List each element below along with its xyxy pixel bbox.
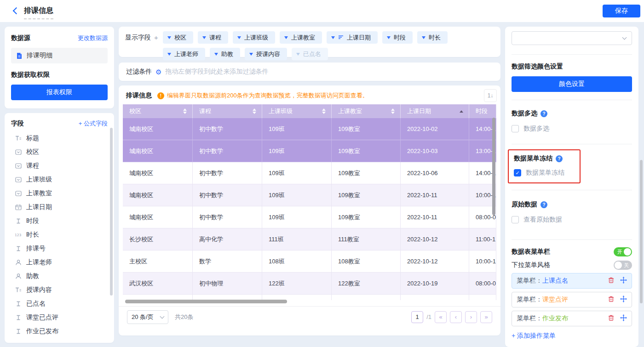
display-field-chip-上课班级[interactable]: 上课班级 xyxy=(233,31,275,44)
raw-data-checkbox[interactable]: 查看原始数据 xyxy=(512,216,632,224)
gear-icon[interactable]: ⚙ xyxy=(155,68,161,75)
display-field-chip-校区[interactable]: 校区 xyxy=(163,31,193,44)
table-row[interactable]: 城南校区初中数学109班109教室2022-10-1108:00-0 xyxy=(123,206,496,228)
color-setting-button[interactable]: 颜色设置 xyxy=(512,76,632,92)
column-header-上课日期[interactable]: 上课日期 xyxy=(401,104,469,118)
move-icon[interactable] xyxy=(620,277,627,285)
column-header-上课班级[interactable]: 上课班级 xyxy=(262,104,332,118)
menu-freeze-checkbox[interactable]: ✓ 数据菜单冻结 xyxy=(514,169,575,177)
field-item-授课内容[interactable]: 授课内容 xyxy=(11,283,108,297)
display-field-chip-授课内容[interactable]: 授课内容 xyxy=(245,48,287,60)
back-button[interactable] xyxy=(13,7,20,15)
field-item-课堂已点评[interactable]: 课堂已点评 xyxy=(11,311,108,324)
prev-page-button[interactable]: ‹ xyxy=(450,311,462,323)
fields-scrollbar[interactable] xyxy=(110,128,113,296)
display-field-chip-时段[interactable]: 时段 xyxy=(382,31,413,44)
column-header-校区[interactable]: 校区 xyxy=(123,104,193,118)
table-cell: 长沙校区 xyxy=(123,228,193,250)
multi-select-checkbox[interactable]: 数据多选 xyxy=(512,125,632,133)
field-item-作业已发布[interactable]: 作业已发布 xyxy=(11,324,108,338)
filter-dropzone-placeholder[interactable]: 拖动左侧字段到此处来添加过滤条件 xyxy=(165,68,268,76)
field-item-时长[interactable]: 123时长 xyxy=(11,228,108,242)
table-row[interactable]: 主校区数学108班108教室2022-10-1210:00-1 xyxy=(123,250,496,273)
save-button[interactable]: 保存 xyxy=(603,5,640,17)
sort-carets-icon[interactable] xyxy=(460,110,463,113)
style-select[interactable] xyxy=(512,31,632,45)
field-item-上课日期[interactable]: 上课日期 xyxy=(11,200,108,214)
field-item-助教[interactable]: 助教 xyxy=(11,269,108,283)
settings-panel: 数据筛选颜色设置 颜色设置 数据多选 ? 数据多选 数据菜单冻结 ? ✓ 数据菜… xyxy=(505,27,638,347)
toggle-on[interactable]: 开 xyxy=(614,247,632,256)
table-row[interactable]: 武汉校区初中物理122班122教室2022-10-1908:00-0 xyxy=(123,273,496,295)
sort-carets-icon[interactable] xyxy=(253,108,256,114)
column-header-上课教室[interactable]: 上课教室 xyxy=(332,104,401,118)
first-page-button[interactable]: « xyxy=(435,311,447,323)
sort-carets-icon[interactable] xyxy=(183,108,187,114)
field-item-校区[interactable]: 校区 xyxy=(11,145,108,159)
display-field-chip-助教[interactable]: 助教 xyxy=(210,48,240,60)
sort-order-button[interactable]: 1↓ xyxy=(484,89,497,102)
menu-bar-item-课堂点评[interactable]: 菜单栏：课堂点评 xyxy=(512,292,632,307)
trash-icon[interactable] xyxy=(608,277,615,285)
field-item-排课号[interactable]: 排课号 xyxy=(11,242,108,256)
page-size-select[interactable]: 20 条/页 xyxy=(127,310,168,324)
text-icon xyxy=(15,314,22,321)
table-cell: 109班 xyxy=(262,206,332,228)
table-cell: 2022-10-19 xyxy=(401,273,469,295)
table-row[interactable]: 长沙校区高中化学111班111教室2022-10-1211:00-1 xyxy=(123,228,496,250)
text-icon xyxy=(15,245,22,252)
move-icon[interactable] xyxy=(620,314,627,323)
sort-carets-icon[interactable] xyxy=(391,108,395,114)
table-vertical-scrollbar[interactable] xyxy=(492,118,495,215)
question-icon[interactable]: ? xyxy=(540,201,547,208)
display-field-chip-上课老师[interactable]: 上课老师 xyxy=(163,48,205,60)
field-item-上课老师[interactable]: 上课老师 xyxy=(11,256,108,269)
display-field-chip-课程[interactable]: 课程 xyxy=(198,31,228,44)
question-icon[interactable]: ? xyxy=(556,155,563,162)
display-field-chip-时长[interactable]: 时长 xyxy=(417,31,448,44)
field-item-上课班级[interactable]: 上课班级 xyxy=(11,173,108,187)
table-cell: 2022-10-03 xyxy=(401,140,469,162)
column-header-时段[interactable]: 时段 xyxy=(469,104,496,118)
question-icon[interactable]: ? xyxy=(540,110,547,117)
table-row[interactable]: 城南校区初中数学109班109教室2022-10-0313:00-1 xyxy=(123,140,496,162)
warning-icon: ! xyxy=(157,92,164,99)
table-cell: 109教室 xyxy=(332,162,401,184)
field-label: 时段 xyxy=(26,217,39,225)
page-number-box[interactable]: 1 xyxy=(411,311,423,323)
title-icon xyxy=(15,287,22,293)
trash-icon[interactable] xyxy=(608,314,615,323)
sort-asc-active-icon xyxy=(460,110,463,113)
field-item-上课教室[interactable]: 上课教室 xyxy=(11,187,108,200)
trash-icon[interactable] xyxy=(608,296,615,304)
add-display-field-icon[interactable]: + xyxy=(154,34,158,41)
chip-label: 上课日期 xyxy=(347,34,371,42)
display-field-chip-已点名[interactable]: 已点名 xyxy=(292,48,328,60)
field-item-课程[interactable]: 课程 xyxy=(11,159,108,173)
sort-carets-icon[interactable] xyxy=(322,108,326,114)
table-row[interactable]: 城南校区初中数学109班109教室2022-10-0614:00-1 xyxy=(123,162,496,184)
field-item-标题[interactable]: 标题 xyxy=(11,131,108,145)
toggle-off[interactable]: 关 xyxy=(614,261,632,270)
table-cell: 2022-10-12 xyxy=(401,228,469,250)
field-item-时段[interactable]: 时段 xyxy=(11,214,108,228)
menu-bar-item-作业发布[interactable]: 菜单栏：作业发布 xyxy=(512,311,632,326)
column-header-课程[interactable]: 课程 xyxy=(193,104,262,118)
display-field-chip-上课教室[interactable]: 上课教室 xyxy=(280,31,322,44)
table-cell: 11:00-1 xyxy=(469,228,496,250)
display-field-chip-上课日期[interactable]: 上课日期 xyxy=(327,31,378,44)
menu-bar-item-上课点名[interactable]: 菜单栏：上课点名 xyxy=(512,273,632,289)
table-row[interactable]: 城南校区初中数学109班109教室2022-10-1110:00-1 xyxy=(123,184,496,206)
window-scrollbar[interactable] xyxy=(640,160,643,303)
next-page-button[interactable]: › xyxy=(465,311,477,323)
move-icon[interactable] xyxy=(620,296,627,304)
datasource-item[interactable]: 排课明细 xyxy=(11,48,108,63)
last-page-button[interactable]: » xyxy=(480,311,492,323)
table-horizontal-scrollbar[interactable] xyxy=(125,300,287,303)
add-formula-field-link[interactable]: + 公式字段 xyxy=(79,119,108,128)
add-action-menu-link[interactable]: + 添加操作菜单 xyxy=(512,332,556,340)
report-permission-button[interactable]: 报表权限 xyxy=(11,85,108,100)
change-datasource-link[interactable]: 更改数据源 xyxy=(78,34,108,42)
field-item-已点名[interactable]: 已点名 xyxy=(11,297,108,311)
table-row[interactable]: 城南校区初中数学109班109教室2022-10-0214:00-1 xyxy=(123,118,496,140)
